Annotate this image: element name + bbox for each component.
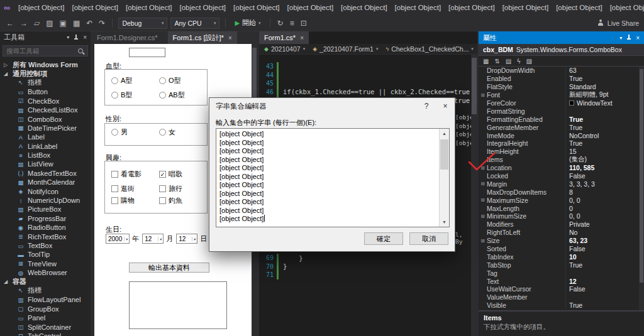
menu-item[interactable]: [object Object] (176, 2, 230, 13)
property-value-cell[interactable]: 8 (565, 188, 639, 196)
property-value-cell[interactable]: 10 (565, 252, 639, 261)
code-line[interactable]: 70 } (259, 263, 471, 271)
property-value-cell[interactable]: Private (565, 220, 639, 229)
property-value-cell[interactable]: 3, 3, 3, 3 (565, 180, 639, 188)
scroll-down-icon[interactable]: ▼ (440, 217, 449, 227)
name-textbox[interactable] (129, 48, 165, 57)
property-row[interactable]: ⊞ Size 63, 23 (479, 237, 639, 245)
property-value-cell[interactable]: 12 (565, 277, 639, 285)
property-value-cell[interactable]: True (565, 123, 639, 131)
gender-group[interactable]: 男 女 (104, 123, 208, 146)
redo-icon[interactable]: ↷ (97, 19, 106, 28)
radio-option[interactable]: B型 (111, 88, 159, 102)
platform-dropdown[interactable]: Any CPU ▾ (170, 18, 219, 29)
property-value-cell[interactable]: (集合) (565, 156, 639, 164)
line-number[interactable]: 44 (259, 72, 277, 79)
toolbox-item[interactable]: ◢ 容器 (0, 277, 91, 286)
combo-box[interactable]: 12 ▾ (142, 234, 164, 244)
toolbox-item[interactable]: ▬ ToolTip (0, 250, 91, 259)
checkbox-option[interactable]: 唱歌 (159, 165, 207, 183)
toolbox-search-box[interactable] (3, 45, 88, 57)
radio-option[interactable]: 女 (159, 127, 207, 137)
gender-label[interactable]: 性別: (106, 114, 121, 124)
property-row[interactable]: ⊞ Font 新細明體, 9pt (479, 91, 639, 99)
hot-reload-icon[interactable]: ↻ (276, 19, 285, 28)
menu-item[interactable]: [object Object] (606, 2, 644, 13)
property-row[interactable]: FormattingEnabled True (479, 115, 639, 123)
expand-icon[interactable]: ⊞ (479, 197, 487, 203)
scrollbar-thumb[interactable] (440, 139, 448, 170)
menu-item[interactable]: [object Object] (122, 2, 176, 13)
property-row[interactable]: ⊞ MaximumSize 0, 0 (479, 196, 639, 204)
checkbox-option[interactable]: 逛街 (111, 183, 159, 195)
toolbox-item[interactable]: ◉ RadioButton (0, 223, 91, 232)
toolbox-item[interactable]: ▤ CheckedListBox (0, 106, 91, 114)
property-row[interactable]: FormatString (479, 107, 639, 115)
property-row[interactable]: Text 12 (479, 277, 639, 285)
radio-option[interactable]: A型 (111, 73, 159, 88)
close-icon[interactable]: × (83, 34, 87, 41)
radio-option[interactable]: AB型 (159, 88, 207, 102)
document-tab[interactable]: Form1.Designer.cs* (92, 31, 167, 44)
toolbox-item[interactable]: ☑ CheckBox (0, 97, 91, 106)
close-icon[interactable]: × (300, 35, 304, 41)
close-icon[interactable]: × (228, 35, 232, 41)
live-share-button[interactable]: Live Share (597, 19, 639, 27)
property-row[interactable]: ValueMember (479, 293, 639, 301)
breadcrumb-item[interactable]: ◆ 20210407 ▾ (264, 45, 305, 53)
toolbox-item[interactable]: ▦ MonthCalendar (0, 178, 91, 187)
property-value-cell[interactable]: WindowText (565, 99, 639, 107)
toolbox-search-input[interactable] (6, 47, 75, 55)
toolbox-item[interactable]: ⊡ TabControl (0, 332, 91, 336)
menu-item[interactable]: [object Object] (391, 2, 445, 13)
pin-icon[interactable] (626, 35, 631, 41)
property-row[interactable]: Locked False (479, 172, 639, 180)
toolbox-item[interactable]: A Label (0, 133, 91, 141)
property-value-cell[interactable]: 110, 585 (565, 164, 639, 172)
property-value-cell[interactable]: True (565, 139, 639, 148)
property-row[interactable]: DropDownWidth 63 (479, 67, 639, 75)
save-icon[interactable]: ▣ (58, 19, 68, 28)
code-line[interactable]: 43 (259, 62, 471, 71)
expand-icon[interactable]: ⊞ (479, 181, 487, 187)
output-textbox[interactable] (129, 281, 227, 329)
scroll-up-icon[interactable]: ▲ (440, 129, 449, 138)
property-row[interactable]: Enabled True (479, 75, 639, 83)
blood-type-group[interactable]: A型 O型 B型 AB型 (104, 69, 208, 106)
outline-icon[interactable]: ≡ (289, 19, 296, 28)
toolbox-item[interactable]: ≣ RichTextBox (0, 232, 91, 241)
help-button[interactable]: ? (417, 98, 436, 114)
expand-icon[interactable]: ⊞ (479, 92, 487, 98)
toolbox-item[interactable]: ≡ ListBox (0, 151, 91, 160)
property-value-cell[interactable]: True (565, 115, 639, 123)
property-value-cell[interactable]: 15 (565, 148, 639, 156)
birthday-label[interactable]: 生日: (106, 225, 121, 234)
window-menu-icon[interactable]: ▾ (67, 35, 69, 40)
expand-icon[interactable]: ⊞ (479, 214, 487, 219)
property-value-cell[interactable] (565, 107, 639, 115)
dialog-close-button[interactable]: × (436, 98, 455, 114)
ok-button[interactable]: 確定 (364, 232, 403, 245)
alphabetical-icon[interactable]: ⇅ (494, 58, 499, 65)
property-row[interactable]: IntegralHeight True (479, 139, 639, 148)
property-row[interactable]: ⊞ Margin 3, 3, 3, 3 (479, 180, 639, 188)
toolbox-item[interactable]: ▭ Panel (0, 313, 91, 322)
menu-item[interactable]: [object Object] (14, 2, 69, 13)
checkbox-option[interactable]: 購物 (111, 195, 159, 207)
save-all-icon[interactable]: ▦ (72, 19, 81, 28)
code-line[interactable]: 45 (259, 79, 471, 88)
property-value-cell[interactable]: True (565, 75, 639, 83)
code-line[interactable]: 71 (259, 271, 471, 279)
property-value-cell[interactable]: False (565, 172, 639, 180)
property-value-cell[interactable]: No (565, 229, 639, 237)
line-number[interactable]: 70 (259, 263, 277, 270)
toolbox-item[interactable]: ◫ SplitContainer (0, 322, 91, 331)
dialog-scrollbar[interactable]: ▲ ▼ (439, 129, 449, 227)
toolbox-item[interactable]: ◫ ComboBox (0, 114, 91, 123)
code-text[interactable]: if(ckbx_1.Checked==true || ckbx_2.Checke… (283, 88, 471, 95)
breadcrumb-item[interactable]: ◈ _20210407.Form1 ▾ (313, 45, 378, 53)
toolbox-item[interactable]: ▰ ProgressBar (0, 214, 91, 223)
property-value-cell[interactable]: True (565, 301, 639, 310)
line-number[interactable]: 71 (259, 271, 277, 278)
events-icon[interactable]: ϟ (517, 58, 520, 65)
